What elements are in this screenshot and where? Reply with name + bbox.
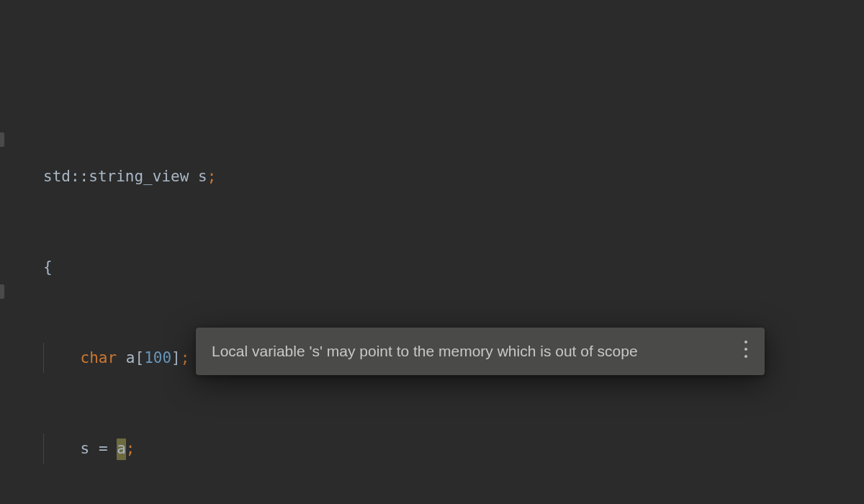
token-scope-op: :: — [71, 168, 89, 185]
token-identifier: s — [198, 168, 207, 185]
token-semicolon: ; — [207, 168, 217, 185]
token-bracket-close: ] — [171, 349, 181, 366]
token-identifier: s — [81, 440, 90, 457]
token-space — [89, 440, 99, 457]
code-line[interactable]: { — [43, 252, 244, 282]
token-brace-open: { — [43, 258, 53, 276]
code-line[interactable]: std::string_view s; — [43, 161, 244, 192]
token-assign: = — [99, 440, 108, 457]
token-space — [44, 343, 81, 373]
token-space — [117, 349, 126, 366]
token-identifier: std — [43, 168, 71, 185]
gutter-fold-marker[interactable] — [0, 132, 4, 147]
inspection-message: Local variable 's' may point to the memo… — [212, 343, 638, 359]
inspection-tooltip[interactable]: Local variable 's' may point to the memo… — [196, 328, 765, 375]
code-line[interactable]: s = a; — [43, 433, 244, 464]
token-identifier-highlighted: a — [117, 438, 126, 460]
token-space — [44, 433, 81, 464]
token-bracket-open: [ — [135, 349, 144, 366]
code-editor[interactable]: std::string_view s; { char a[100]; s = a… — [43, 101, 244, 504]
token-semicolon: ; — [181, 349, 190, 366]
token-keyword: char — [81, 349, 117, 366]
token-number: 100 — [144, 349, 171, 366]
token-space — [189, 168, 198, 185]
gutter-fold-marker[interactable] — [0, 284, 4, 299]
token-space — [108, 440, 117, 457]
token-semicolon: ; — [126, 440, 135, 457]
more-options-icon[interactable] — [740, 341, 752, 358]
token-identifier: a — [126, 349, 135, 366]
token-identifier: string_view — [89, 168, 189, 185]
